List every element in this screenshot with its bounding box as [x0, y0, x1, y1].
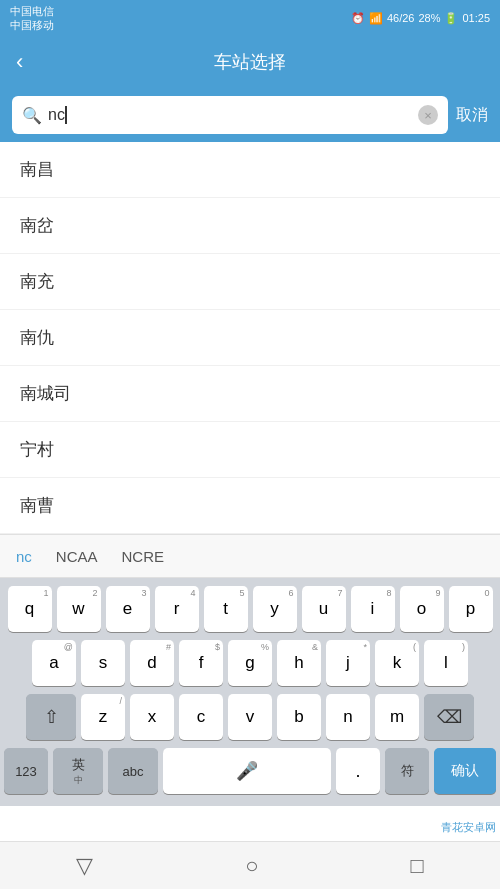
key-symbols[interactable]: 符	[385, 748, 429, 794]
suggestion-ncre[interactable]: NCRE	[122, 548, 165, 565]
result-item-0[interactable]: 南昌	[0, 142, 500, 198]
key-123[interactable]: 123	[4, 748, 48, 794]
key-backspace[interactable]: ⌫	[424, 694, 474, 740]
key-space[interactable]: 🎤	[163, 748, 331, 794]
key-v[interactable]: v	[228, 694, 272, 740]
results-list: 南昌 南岔 南充 南仇 南城司 宁村 南曹	[0, 142, 500, 534]
back-button[interactable]: ‹	[16, 49, 23, 75]
result-item-5[interactable]: 宁村	[0, 422, 500, 478]
key-shift[interactable]: ⇧	[26, 694, 76, 740]
carrier2: 中国移动	[10, 18, 54, 32]
key-x[interactable]: x	[130, 694, 174, 740]
key-lang-toggle[interactable]: 英中	[53, 748, 103, 794]
result-item-6[interactable]: 南曹	[0, 478, 500, 534]
clock-icon: ⏰	[351, 12, 365, 25]
nav-recent-icon[interactable]: □	[411, 853, 424, 879]
key-c[interactable]: c	[179, 694, 223, 740]
battery-text: 28%	[418, 12, 440, 24]
keyboard-row-bottom: 123 英中 abc 🎤 . 符 确认	[4, 748, 496, 794]
key-period[interactable]: .	[336, 748, 380, 794]
key-m[interactable]: m	[375, 694, 419, 740]
wifi-icon: 📶	[369, 12, 383, 25]
key-h[interactable]: &h	[277, 640, 321, 686]
suggestion-ncaa[interactable]: NCAA	[56, 548, 98, 565]
search-box[interactable]: 🔍 nc ×	[12, 96, 448, 134]
result-item-4[interactable]: 南城司	[0, 366, 500, 422]
key-e[interactable]: 3e	[106, 586, 150, 632]
key-t[interactable]: 5t	[204, 586, 248, 632]
result-item-3[interactable]: 南仇	[0, 310, 500, 366]
key-w[interactable]: 2w	[57, 586, 101, 632]
cancel-button[interactable]: 取消	[456, 105, 488, 126]
key-u[interactable]: 7u	[302, 586, 346, 632]
result-item-2[interactable]: 南充	[0, 254, 500, 310]
header: ‹ 车站选择	[0, 36, 500, 88]
search-container: 🔍 nc × 取消	[0, 88, 500, 142]
key-p[interactable]: 0p	[449, 586, 493, 632]
time-display: 01:25	[462, 12, 490, 24]
suggestions-bar: nc NCAA NCRE	[0, 534, 500, 578]
watermark: 青花安卓网	[437, 818, 500, 837]
key-j[interactable]: *j	[326, 640, 370, 686]
search-icon: 🔍	[22, 106, 42, 125]
battery-icon: 🔋	[444, 12, 458, 25]
clear-button[interactable]: ×	[418, 105, 438, 125]
keyboard: 1q 2w 3e 4r 5t 6y 7u 8i 9o 0p @a s #d $f…	[0, 578, 500, 806]
keyboard-row-2: @a s #d $f %g &h *j (k )l	[4, 640, 496, 686]
keyboard-row-1: 1q 2w 3e 4r 5t 6y 7u 8i 9o 0p	[4, 586, 496, 632]
carrier1: 中国电信	[10, 4, 54, 18]
key-k[interactable]: (k	[375, 640, 419, 686]
key-d[interactable]: #d	[130, 640, 174, 686]
key-f[interactable]: $f	[179, 640, 223, 686]
key-r[interactable]: 4r	[155, 586, 199, 632]
key-q[interactable]: 1q	[8, 586, 52, 632]
nav-bar: ▽ ○ □	[0, 841, 500, 889]
key-a[interactable]: @a	[32, 640, 76, 686]
nav-back-icon[interactable]: ▽	[76, 853, 93, 879]
status-bar: 中国电信 中国移动 ⏰ 📶 46/26 28% 🔋 01:25	[0, 0, 500, 36]
carrier-info: 中国电信 中国移动	[10, 4, 54, 33]
key-y[interactable]: 6y	[253, 586, 297, 632]
key-s[interactable]: s	[81, 640, 125, 686]
key-abc[interactable]: abc	[108, 748, 158, 794]
suggestion-nc[interactable]: nc	[16, 548, 32, 565]
key-l[interactable]: )l	[424, 640, 468, 686]
nav-home-icon[interactable]: ○	[245, 853, 258, 879]
signal-text: 46/26	[387, 12, 415, 24]
key-n[interactable]: n	[326, 694, 370, 740]
key-z[interactable]: /z	[81, 694, 125, 740]
key-confirm[interactable]: 确认	[434, 748, 496, 794]
search-input[interactable]: nc	[48, 106, 412, 125]
key-i[interactable]: 8i	[351, 586, 395, 632]
status-right: ⏰ 📶 46/26 28% 🔋 01:25	[351, 12, 490, 25]
page-title: 车站选择	[214, 50, 286, 74]
keyboard-row-3: ⇧ /z x c v b n m ⌫	[4, 694, 496, 740]
key-g[interactable]: %g	[228, 640, 272, 686]
key-b[interactable]: b	[277, 694, 321, 740]
key-o[interactable]: 9o	[400, 586, 444, 632]
result-item-1[interactable]: 南岔	[0, 198, 500, 254]
